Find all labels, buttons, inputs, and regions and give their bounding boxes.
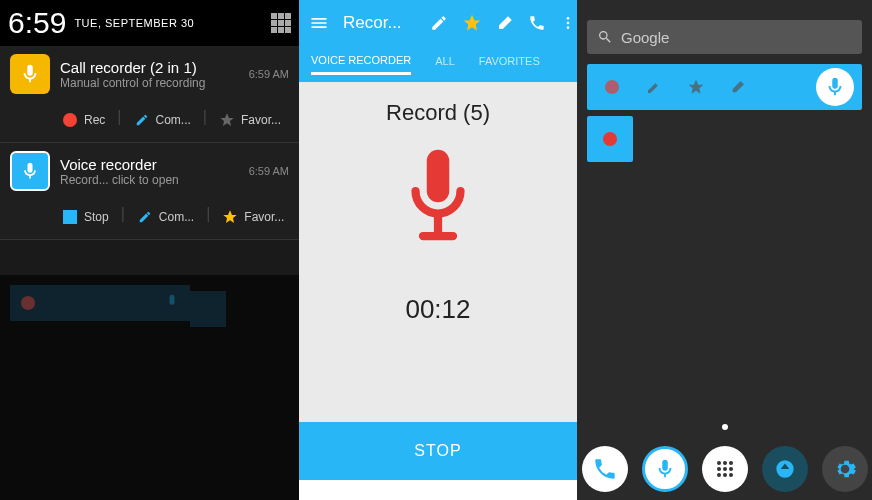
record-dot-icon[interactable] bbox=[595, 70, 629, 104]
star-icon[interactable] bbox=[462, 13, 482, 33]
record-action[interactable]: Rec bbox=[56, 108, 111, 132]
dim-widget-icon bbox=[154, 285, 190, 321]
app-drawer-icon[interactable] bbox=[702, 446, 748, 492]
svg-point-1 bbox=[566, 22, 569, 25]
search-bar[interactable]: Google bbox=[587, 20, 862, 54]
tab-voice-recorder[interactable]: VOICE RECORDER bbox=[311, 54, 411, 75]
pencil-icon bbox=[137, 209, 153, 225]
clock: 6:59 bbox=[8, 6, 66, 40]
eraser-icon[interactable] bbox=[496, 14, 514, 32]
dim-widget-icon bbox=[46, 285, 82, 321]
svg-point-13 bbox=[723, 473, 727, 477]
stop-square-icon bbox=[63, 210, 77, 224]
svg-point-0 bbox=[566, 17, 569, 20]
phone-app-icon[interactable] bbox=[582, 446, 628, 492]
dimmed-background bbox=[0, 275, 299, 500]
svg-point-6 bbox=[717, 461, 721, 465]
stop-button[interactable]: STOP bbox=[299, 422, 577, 480]
star-icon bbox=[222, 209, 238, 225]
svg-point-10 bbox=[723, 467, 727, 471]
notification-time: 6:59 AM bbox=[249, 165, 289, 177]
dim-widget-icon bbox=[190, 291, 226, 327]
notification-title: Voice recorder bbox=[60, 156, 243, 173]
mic-icon bbox=[10, 151, 50, 191]
svg-point-12 bbox=[717, 473, 721, 477]
notification-subtitle: Record... click to open bbox=[60, 173, 243, 187]
mic-button[interactable] bbox=[816, 68, 854, 106]
status-bar: 6:59 TUE, SEPTEMBER 30 bbox=[0, 0, 299, 46]
notification-call-recorder[interactable]: Call recorder (2 in 1) Manual control of… bbox=[0, 46, 299, 143]
svg-point-8 bbox=[729, 461, 733, 465]
comment-action[interactable]: Com... bbox=[128, 108, 197, 132]
search-icon bbox=[597, 29, 613, 45]
record-area: Record (5) 00:12 bbox=[299, 82, 577, 422]
tab-all[interactable]: ALL bbox=[435, 55, 455, 73]
eraser-icon[interactable] bbox=[721, 70, 755, 104]
lollipop-decoration bbox=[662, 280, 722, 340]
favorite-action[interactable]: Favor... bbox=[216, 205, 290, 229]
record-title: Record (5) bbox=[386, 100, 490, 126]
quick-settings-icon[interactable] bbox=[271, 13, 291, 33]
comment-action[interactable]: Com... bbox=[131, 205, 200, 229]
overflow-icon[interactable] bbox=[560, 15, 576, 31]
record-timer: 00:12 bbox=[405, 294, 470, 325]
dim-widget-icon bbox=[82, 285, 118, 321]
star-icon[interactable] bbox=[679, 70, 713, 104]
app-bar: Recor... bbox=[299, 0, 577, 46]
svg-rect-3 bbox=[427, 150, 450, 203]
settings-app-icon[interactable] bbox=[822, 446, 868, 492]
record-dot-icon bbox=[603, 132, 617, 146]
record-dot-icon bbox=[63, 113, 77, 127]
status-date: TUE, SEPTEMBER 30 bbox=[74, 17, 194, 29]
dock bbox=[577, 446, 872, 492]
recorder-widget[interactable] bbox=[587, 64, 862, 110]
phone-icon[interactable] bbox=[528, 14, 546, 32]
menu-icon[interactable] bbox=[309, 13, 329, 33]
voice-recorder-app-icon[interactable] bbox=[642, 446, 688, 492]
lollipop-decoration bbox=[742, 190, 852, 300]
pencil-icon[interactable] bbox=[430, 14, 448, 32]
star-icon bbox=[219, 112, 235, 128]
svg-point-9 bbox=[717, 467, 721, 471]
notification-voice-recorder[interactable]: Voice recorder Record... click to open 6… bbox=[0, 143, 299, 240]
tab-bar: VOICE RECORDER ALL FAVORITES bbox=[299, 46, 577, 82]
mic-icon bbox=[393, 146, 483, 266]
svg-point-11 bbox=[729, 467, 733, 471]
pencil-icon bbox=[134, 112, 150, 128]
record-widget-small[interactable] bbox=[587, 116, 633, 162]
dim-widget-icon bbox=[10, 285, 46, 321]
page-indicator bbox=[722, 424, 728, 430]
tab-favorites[interactable]: FAVORITES bbox=[479, 55, 540, 73]
stop-action[interactable]: Stop bbox=[56, 205, 115, 229]
svg-point-7 bbox=[723, 461, 727, 465]
notification-time: 6:59 AM bbox=[249, 68, 289, 80]
search-placeholder: Google bbox=[621, 29, 669, 46]
notification-title: Call recorder (2 in 1) bbox=[60, 59, 243, 76]
app-title: Recor... bbox=[343, 13, 402, 33]
svg-point-14 bbox=[729, 473, 733, 477]
mic-icon bbox=[10, 54, 50, 94]
pencil-icon[interactable] bbox=[637, 70, 671, 104]
favorite-action[interactable]: Favor... bbox=[213, 108, 287, 132]
dim-widget-icon bbox=[118, 285, 154, 321]
camera-app-icon[interactable] bbox=[762, 446, 808, 492]
notification-subtitle: Manual control of recording bbox=[60, 76, 243, 90]
svg-point-2 bbox=[566, 26, 569, 29]
